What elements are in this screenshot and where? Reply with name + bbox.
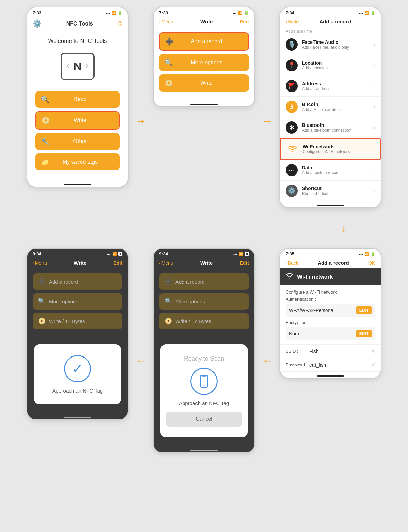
- dark-write-6[interactable]: 📀 Write / 17 Bytes: [33, 313, 122, 329]
- ssid-clear-icon[interactable]: ✕: [371, 348, 375, 354]
- time-2: 7:33: [159, 10, 168, 15]
- home-indicator-5: [154, 446, 254, 452]
- add-icon: ➕: [165, 37, 174, 46]
- read-icon: 🔍: [41, 95, 49, 103]
- dark-write-5[interactable]: 📀 Write / 17 Bytes: [159, 313, 249, 329]
- nav-bar-4: ‹ Back Add a record OK: [280, 258, 381, 268]
- dark-write-icon-5: 📀: [165, 317, 172, 325]
- dark-body-6: ➕ Add a record 🔍 More options 📀 Write / …: [27, 268, 128, 338]
- record-address[interactable]: 🚩 Address Add an address ›: [280, 76, 381, 97]
- svg-point-0: [292, 151, 293, 152]
- dark-more-5[interactable]: 🔍 More options: [159, 293, 249, 310]
- write2-button[interactable]: 📀 Write: [159, 74, 249, 92]
- saved-icon: 📁: [41, 158, 49, 166]
- record-bluetooth[interactable]: ✱ Bluetooth Add a bluetooth connection ›: [280, 117, 381, 138]
- arrow-2: →: [262, 115, 273, 128]
- screen-home: 7:33 ▪▪▪ 📶 🔋 ⚙️ NFC Tools © Welcome to N…: [27, 7, 129, 187]
- dark-more-6[interactable]: 🔍 More options: [33, 293, 122, 310]
- nav-action-2[interactable]: Edit: [240, 19, 249, 24]
- wifi-icon: [287, 145, 298, 153]
- scan-circle: [190, 368, 218, 395]
- home-indicator-3: [280, 201, 381, 207]
- more-options-label: More options: [176, 60, 237, 66]
- svg-point-2: [204, 385, 205, 386]
- scroll-top-hint: Add FaceTime: [280, 27, 381, 34]
- wifi-config-body: Wi-Fi network Configure a Wi-Fi network …: [280, 268, 381, 372]
- saved-tags-button[interactable]: 📁 My saved tags: [35, 153, 120, 170]
- wave-right-icon: 》: [86, 63, 91, 69]
- cancel-button[interactable]: Cancel: [166, 412, 242, 427]
- nav-bar-5: ‹ Menu Write Edit: [154, 258, 254, 268]
- more-options-btn-wrap: 🔍 More options: [159, 54, 249, 71]
- add-record-button[interactable]: ➕ Add a record: [159, 32, 249, 51]
- record-facetime[interactable]: 🎙️ FaceTime Audio Add FaceTime, audio on…: [280, 34, 381, 55]
- record-location[interactable]: 📍 Location Add a location ›: [280, 55, 381, 76]
- screen-success: 9:34 ▪▪▪ 📶 ■ ‹ Menu Write Edit ➕ Add a r…: [27, 248, 129, 420]
- success-area: ✓ Approach an NFC Tag: [27, 338, 128, 413]
- nav-back-5[interactable]: ‹ Menu: [159, 260, 173, 266]
- write2-label: Write: [176, 80, 237, 86]
- nav-back-4[interactable]: ‹ Back: [286, 260, 299, 266]
- coinbase-icon[interactable]: ©: [117, 20, 122, 28]
- data-text: Data Add a custom record: [302, 165, 370, 175]
- dark-body-5: ➕ Add a record 🔍 More options 📀 Write / …: [154, 268, 254, 338]
- nav-action-4[interactable]: OK: [368, 260, 375, 266]
- screen-add-record: 7:34 ▪▪▪ 📶 🔋 ‹ Write Add a record ··· Ad…: [279, 7, 381, 208]
- home-indicator-4: [280, 372, 381, 378]
- dark-add-record-6[interactable]: ➕ Add a record: [33, 273, 122, 290]
- write-btn-row: 📀 Write: [35, 111, 120, 130]
- auth-edit-button[interactable]: EDIT: [356, 306, 372, 314]
- chevron-shortcut: ›: [374, 188, 375, 194]
- ready-to-scan-text: Ready to Scan: [184, 355, 224, 362]
- scan-area: Ready to Scan Approach an NFC Tag Cancel: [154, 338, 254, 446]
- chevron-wifi: ›: [373, 146, 375, 152]
- chevron-bluetooth: ›: [374, 125, 375, 130]
- scan-card: Ready to Scan Approach an NFC Tag Cancel: [160, 344, 248, 437]
- chevron-location: ›: [374, 63, 375, 68]
- record-list: Add FaceTime 🎙️ FaceTime Audio Add FaceT…: [280, 27, 381, 201]
- pass-clear-icon[interactable]: ✕: [371, 362, 375, 368]
- ssid-value: Fish: [309, 349, 371, 354]
- record-shortcut[interactable]: ⚙️ Shortcut Run a shortcut ›: [280, 181, 381, 201]
- record-wifi[interactable]: Wi-Fi network Configure a Wi-Fi network …: [280, 138, 381, 160]
- wifi-config-title: Wi-Fi network: [297, 274, 333, 280]
- read-btn-row: 🔍 Read: [35, 91, 120, 108]
- enc-edit-button[interactable]: EDIT: [356, 330, 372, 337]
- status-bar-4: 7:35 ▪▪▪ 📶 🔋: [280, 249, 381, 258]
- status-icons-6: ▪▪▪ 📶 ■: [107, 252, 122, 256]
- phone-scan-icon: [197, 374, 211, 389]
- nav-back-2[interactable]: ‹ Menu: [159, 19, 173, 24]
- main-layout: 7:33 ▪▪▪ 📶 🔋 ⚙️ NFC Tools © Welcome to N…: [7, 7, 401, 453]
- other-icon: 🔧: [41, 137, 49, 146]
- shortcut-text: Shortcut Run a shortcut: [302, 186, 370, 196]
- nav-back-3[interactable]: ‹ Write: [286, 19, 299, 24]
- data-icon: ⋯: [286, 164, 298, 176]
- auth-field: WPA/WPA2-Personal EDIT: [286, 304, 375, 317]
- arrow-left-1: ←: [135, 354, 146, 367]
- more-icon: 🔍: [165, 59, 173, 67]
- write-button[interactable]: 📀 Write: [35, 111, 120, 130]
- ssid-label: SSID :: [286, 349, 309, 354]
- nav-action-6[interactable]: Edit: [114, 260, 122, 266]
- chevron-bitcoin: ›: [374, 104, 375, 110]
- status-bar-6: 9:34 ▪▪▪ 📶 ■: [27, 249, 128, 258]
- settings-icon[interactable]: ⚙️: [33, 19, 42, 28]
- enc-field: None EDIT: [286, 327, 375, 340]
- auth-label: Authentication :: [286, 297, 375, 302]
- other-button[interactable]: 🔧 Other: [35, 133, 120, 150]
- time-3: 7:34: [286, 10, 294, 15]
- read-button[interactable]: 🔍 Read: [35, 91, 120, 108]
- record-bitcoin[interactable]: ₿ Bitcoin Add a Bitcoin address ›: [280, 97, 381, 117]
- add-record-btn-wrap: ➕ Add a record: [159, 32, 249, 51]
- nfc-letter: N: [73, 60, 81, 73]
- welcome-text: Welcome to NFC Tools: [35, 38, 120, 45]
- write2-icon: 📀: [165, 79, 173, 87]
- success-text: Approach an NFC Tag: [52, 388, 103, 394]
- nfc-icon-box: 《 N 》: [61, 53, 95, 80]
- nav-action-5[interactable]: Edit: [240, 260, 249, 266]
- enc-value: None: [289, 331, 353, 336]
- nav-back-6[interactable]: ‹ Menu: [33, 260, 47, 266]
- dark-add-record-5[interactable]: ➕ Add a record: [159, 273, 249, 290]
- record-data[interactable]: ⋯ Data Add a custom record ›: [280, 160, 381, 181]
- more-options-button[interactable]: 🔍 More options: [159, 54, 249, 71]
